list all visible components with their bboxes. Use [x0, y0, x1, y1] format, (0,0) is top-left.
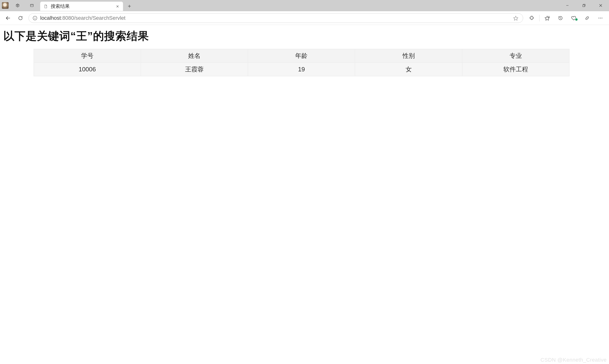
star-icon — [513, 15, 518, 21]
favorites-icon — [544, 15, 550, 21]
col-gender: 性别 — [355, 49, 462, 63]
cell-gender: 女 — [355, 63, 462, 76]
browser-toolbar: localhost:8080/search/SearchServlet — [0, 11, 609, 25]
bookmark-button[interactable] — [510, 13, 521, 24]
nav-back-button[interactable] — [2, 13, 14, 24]
history-icon — [558, 15, 563, 21]
new-tab-button[interactable] — [125, 1, 134, 11]
svg-point-21 — [602, 18, 602, 18]
cell-name: 王霞蓉 — [141, 63, 248, 76]
performance-button[interactable] — [581, 13, 594, 24]
puzzle-icon — [529, 15, 534, 21]
plus-icon — [127, 4, 132, 9]
svg-point-19 — [598, 18, 599, 18]
profile-avatar-icon — [2, 2, 9, 9]
col-name: 姓名 — [141, 49, 248, 63]
tab-actions-icon — [30, 3, 34, 8]
titlebar-left — [0, 0, 39, 11]
cell-age: 19 — [248, 63, 355, 76]
refresh-icon — [18, 15, 23, 21]
url-path: /search/SearchServlet — [74, 15, 125, 21]
table-header-row: 学号 姓名 年龄 性别 专业 — [34, 49, 569, 63]
svg-rect-8 — [583, 5, 585, 7]
toolbar-actions — [525, 13, 607, 24]
cell-student-id: 10006 — [34, 63, 141, 76]
settings-menu-button[interactable] — [594, 13, 607, 24]
close-icon — [116, 4, 119, 8]
browser-tab[interactable]: 搜索结果 — [40, 1, 123, 11]
tab-title: 搜索结果 — [51, 3, 115, 10]
minimize-icon — [566, 4, 569, 7]
copilot-button[interactable] — [567, 13, 581, 24]
window-maximize-button[interactable] — [576, 0, 592, 11]
col-major: 专业 — [462, 49, 569, 63]
window-minimize-button[interactable] — [559, 0, 576, 11]
window-controls — [559, 0, 609, 11]
toolbar-separator — [539, 15, 540, 21]
tab-close-button[interactable] — [115, 3, 121, 10]
profile-button[interactable] — [0, 0, 11, 11]
address-bar[interactable]: localhost:8080/search/SearchServlet — [28, 13, 523, 23]
maximize-icon — [582, 4, 586, 7]
workspaces-button[interactable] — [11, 0, 25, 11]
extensions-button[interactable] — [525, 13, 538, 24]
svg-marker-15 — [514, 16, 518, 20]
svg-rect-0 — [30, 4, 33, 7]
url-host: localhost — [40, 15, 61, 21]
page-icon — [43, 4, 48, 9]
page-heading: 以下是关键词“王”的搜索结果 — [3, 29, 606, 43]
arrow-left-icon — [5, 15, 11, 21]
cell-major: 软件工程 — [462, 63, 569, 76]
svg-point-20 — [600, 18, 601, 18]
window-titlebar: 搜索结果 — [0, 0, 609, 11]
nav-refresh-button[interactable] — [14, 13, 27, 24]
page-content: 以下是关键词“王”的搜索结果 学号 姓名 年龄 性别 专业 10006 王霞蓉 … — [0, 25, 609, 364]
favorites-button[interactable] — [541, 13, 554, 24]
workspaces-icon — [15, 3, 20, 8]
link-icon — [584, 15, 590, 21]
info-icon — [32, 15, 38, 21]
svg-point-14 — [35, 17, 35, 17]
result-table: 学号 姓名 年龄 性别 专业 10006 王霞蓉 19 女 软件工程 — [34, 49, 570, 76]
close-icon — [598, 3, 603, 8]
history-button[interactable] — [554, 13, 567, 24]
table-row: 10006 王霞蓉 19 女 软件工程 — [34, 63, 569, 76]
heart-icon — [571, 15, 577, 21]
site-info-button[interactable] — [31, 14, 39, 22]
tab-actions-button[interactable] — [25, 0, 39, 11]
ellipsis-icon — [598, 15, 603, 21]
svg-marker-16 — [545, 16, 549, 20]
url-text: localhost:8080/search/SearchServlet — [40, 15, 125, 21]
result-table-wrap: 学号 姓名 年龄 性别 专业 10006 王霞蓉 19 女 软件工程 — [34, 49, 570, 76]
window-close-button[interactable] — [592, 0, 609, 11]
col-age: 年龄 — [248, 49, 355, 63]
col-student-id: 学号 — [34, 49, 141, 63]
tabstrip: 搜索结果 — [39, 0, 559, 11]
addressbar-actions — [510, 13, 521, 24]
url-port: :8080 — [61, 15, 74, 21]
